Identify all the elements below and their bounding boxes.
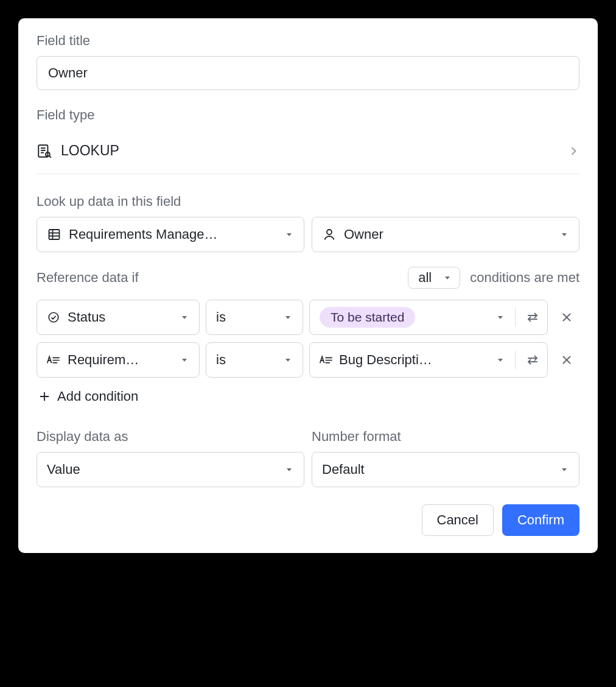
svg-point-10 — [327, 230, 332, 234]
condition-value-select[interactable]: Bug Descripti… — [309, 342, 548, 378]
display-as-select[interactable]: Value — [37, 452, 304, 487]
remove-condition-button[interactable] — [554, 353, 579, 367]
divider — [515, 308, 516, 326]
field-type-value: LOOKUP — [61, 143, 119, 159]
status-pill: To be started — [320, 307, 415, 328]
text-field-icon — [320, 353, 333, 367]
person-icon — [322, 227, 337, 242]
table-icon — [47, 227, 61, 242]
condition-operator-value: is — [216, 309, 226, 325]
confirm-button[interactable]: Confirm — [502, 504, 579, 536]
field-type-section: Field type LOOKUP — [37, 107, 579, 174]
caret-down-icon — [180, 312, 189, 322]
condition-field-value: Status — [68, 309, 105, 325]
lookup-table-value: Requirements Manage… — [69, 227, 218, 242]
display-as-label: Display data as — [37, 429, 304, 445]
number-format-label: Number format — [312, 429, 579, 445]
condition-value-text: Bug Descripti… — [339, 352, 432, 368]
display-as-value: Value — [47, 462, 80, 477]
match-mode-value: all — [418, 270, 432, 286]
field-type-selector[interactable]: LOOKUP — [37, 130, 579, 174]
field-title-label: Field title — [37, 33, 579, 49]
caret-down-icon — [283, 355, 293, 365]
field-type-label: Field type — [37, 107, 579, 123]
caret-down-icon — [284, 230, 294, 239]
caret-down-icon — [495, 312, 505, 322]
number-format-select[interactable]: Default — [312, 452, 579, 487]
lookup-field-value: Owner — [344, 227, 383, 242]
dialog-footer: Cancel Confirm — [37, 504, 579, 536]
caret-down-icon — [559, 465, 569, 474]
caret-down-icon — [495, 355, 505, 365]
caret-down-icon — [180, 355, 189, 365]
caret-down-icon — [284, 465, 294, 474]
display-format-section: Display data as Value Number format Defa… — [37, 429, 579, 487]
add-condition-button[interactable]: Add condition — [37, 386, 139, 407]
condition-row: Requirem… is — [37, 342, 579, 378]
lookup-table-select[interactable]: Requirements Manage… — [37, 217, 304, 252]
text-field-icon — [47, 353, 60, 367]
condition-field-select[interactable]: Status — [37, 300, 200, 335]
caret-down-icon — [559, 230, 569, 239]
lookup-label: Look up data in this field — [37, 194, 579, 210]
status-icon — [47, 311, 60, 324]
condition-row: Status is To be started — [37, 300, 579, 335]
svg-point-11 — [49, 312, 58, 322]
add-condition-label: Add condition — [57, 389, 138, 404]
number-format-value: Default — [322, 462, 365, 477]
swap-icon[interactable] — [525, 310, 540, 325]
match-mode-select[interactable]: all — [408, 267, 460, 289]
condition-field-select[interactable]: Requirem… — [37, 342, 200, 378]
svg-line-5 — [49, 156, 51, 158]
lookup-section: Look up data in this field Requirements … — [37, 194, 579, 252]
field-title-section: Field title — [37, 33, 579, 90]
caret-down-icon — [443, 273, 452, 283]
cancel-button[interactable]: Cancel — [422, 504, 494, 536]
caret-down-icon — [283, 312, 293, 322]
conditions-section: Reference data if all conditions are met — [37, 267, 579, 407]
lookup-icon — [37, 143, 52, 159]
condition-operator-select[interactable]: is — [206, 342, 303, 378]
field-config-panel: Field title Field type LOOKUP — [18, 18, 598, 553]
condition-field-value: Requirem… — [68, 352, 139, 368]
divider — [515, 351, 516, 369]
conditions-met-label: conditions are met — [470, 270, 579, 286]
condition-operator-select[interactable]: is — [206, 300, 303, 335]
lookup-field-select[interactable]: Owner — [312, 217, 579, 252]
chevron-right-icon — [567, 145, 579, 157]
swap-icon[interactable] — [525, 353, 540, 367]
plus-icon — [38, 390, 51, 403]
condition-operator-value: is — [216, 352, 226, 368]
condition-value-select[interactable]: To be started — [309, 300, 548, 335]
remove-condition-button[interactable] — [554, 311, 579, 324]
svg-rect-6 — [49, 230, 60, 239]
field-title-input[interactable] — [37, 56, 579, 90]
reference-data-label: Reference data if — [37, 270, 139, 286]
